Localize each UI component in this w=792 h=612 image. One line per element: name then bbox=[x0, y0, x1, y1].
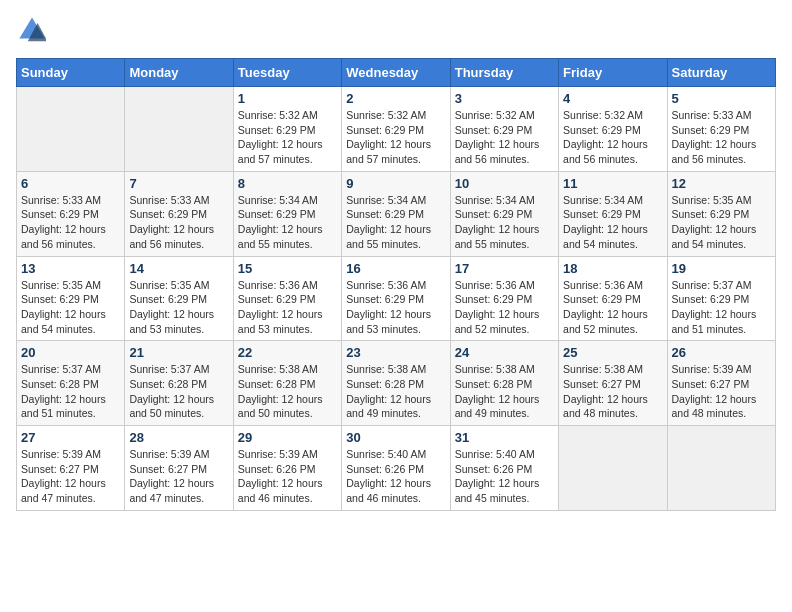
day-info: Sunrise: 5:32 AM Sunset: 6:29 PM Dayligh… bbox=[455, 108, 554, 167]
day-info: Sunrise: 5:37 AM Sunset: 6:28 PM Dayligh… bbox=[21, 362, 120, 421]
header-tuesday: Tuesday bbox=[233, 59, 341, 87]
header-sunday: Sunday bbox=[17, 59, 125, 87]
calendar-cell: 29Sunrise: 5:39 AM Sunset: 6:26 PM Dayli… bbox=[233, 426, 341, 511]
calendar-cell: 25Sunrise: 5:38 AM Sunset: 6:27 PM Dayli… bbox=[559, 341, 667, 426]
day-info: Sunrise: 5:35 AM Sunset: 6:29 PM Dayligh… bbox=[129, 278, 228, 337]
day-number: 12 bbox=[672, 176, 771, 191]
day-number: 26 bbox=[672, 345, 771, 360]
calendar-header-row: SundayMondayTuesdayWednesdayThursdayFrid… bbox=[17, 59, 776, 87]
day-number: 16 bbox=[346, 261, 445, 276]
calendar-cell: 16Sunrise: 5:36 AM Sunset: 6:29 PM Dayli… bbox=[342, 256, 450, 341]
day-info: Sunrise: 5:39 AM Sunset: 6:27 PM Dayligh… bbox=[129, 447, 228, 506]
calendar-cell: 1Sunrise: 5:32 AM Sunset: 6:29 PM Daylig… bbox=[233, 87, 341, 172]
calendar-cell: 13Sunrise: 5:35 AM Sunset: 6:29 PM Dayli… bbox=[17, 256, 125, 341]
day-number: 30 bbox=[346, 430, 445, 445]
calendar-cell: 8Sunrise: 5:34 AM Sunset: 6:29 PM Daylig… bbox=[233, 171, 341, 256]
day-info: Sunrise: 5:32 AM Sunset: 6:29 PM Dayligh… bbox=[238, 108, 337, 167]
day-number: 7 bbox=[129, 176, 228, 191]
day-number: 1 bbox=[238, 91, 337, 106]
calendar-week-row: 27Sunrise: 5:39 AM Sunset: 6:27 PM Dayli… bbox=[17, 426, 776, 511]
calendar-cell: 18Sunrise: 5:36 AM Sunset: 6:29 PM Dayli… bbox=[559, 256, 667, 341]
day-info: Sunrise: 5:32 AM Sunset: 6:29 PM Dayligh… bbox=[563, 108, 662, 167]
day-info: Sunrise: 5:34 AM Sunset: 6:29 PM Dayligh… bbox=[563, 193, 662, 252]
day-number: 13 bbox=[21, 261, 120, 276]
calendar-cell: 12Sunrise: 5:35 AM Sunset: 6:29 PM Dayli… bbox=[667, 171, 775, 256]
day-number: 8 bbox=[238, 176, 337, 191]
calendar-cell: 28Sunrise: 5:39 AM Sunset: 6:27 PM Dayli… bbox=[125, 426, 233, 511]
day-number: 15 bbox=[238, 261, 337, 276]
day-info: Sunrise: 5:32 AM Sunset: 6:29 PM Dayligh… bbox=[346, 108, 445, 167]
day-number: 25 bbox=[563, 345, 662, 360]
day-info: Sunrise: 5:36 AM Sunset: 6:29 PM Dayligh… bbox=[455, 278, 554, 337]
calendar-cell: 5Sunrise: 5:33 AM Sunset: 6:29 PM Daylig… bbox=[667, 87, 775, 172]
calendar-cell: 7Sunrise: 5:33 AM Sunset: 6:29 PM Daylig… bbox=[125, 171, 233, 256]
day-number: 9 bbox=[346, 176, 445, 191]
day-number: 22 bbox=[238, 345, 337, 360]
day-number: 17 bbox=[455, 261, 554, 276]
calendar-cell: 2Sunrise: 5:32 AM Sunset: 6:29 PM Daylig… bbox=[342, 87, 450, 172]
day-info: Sunrise: 5:38 AM Sunset: 6:28 PM Dayligh… bbox=[346, 362, 445, 421]
day-number: 23 bbox=[346, 345, 445, 360]
day-number: 18 bbox=[563, 261, 662, 276]
calendar-week-row: 1Sunrise: 5:32 AM Sunset: 6:29 PM Daylig… bbox=[17, 87, 776, 172]
calendar-cell: 11Sunrise: 5:34 AM Sunset: 6:29 PM Dayli… bbox=[559, 171, 667, 256]
calendar-cell: 27Sunrise: 5:39 AM Sunset: 6:27 PM Dayli… bbox=[17, 426, 125, 511]
day-info: Sunrise: 5:34 AM Sunset: 6:29 PM Dayligh… bbox=[455, 193, 554, 252]
calendar-cell: 17Sunrise: 5:36 AM Sunset: 6:29 PM Dayli… bbox=[450, 256, 558, 341]
logo-icon bbox=[18, 16, 46, 44]
day-number: 19 bbox=[672, 261, 771, 276]
calendar-cell bbox=[17, 87, 125, 172]
day-number: 24 bbox=[455, 345, 554, 360]
day-info: Sunrise: 5:37 AM Sunset: 6:28 PM Dayligh… bbox=[129, 362, 228, 421]
calendar-cell: 31Sunrise: 5:40 AM Sunset: 6:26 PM Dayli… bbox=[450, 426, 558, 511]
day-number: 6 bbox=[21, 176, 120, 191]
day-number: 21 bbox=[129, 345, 228, 360]
day-number: 20 bbox=[21, 345, 120, 360]
day-info: Sunrise: 5:36 AM Sunset: 6:29 PM Dayligh… bbox=[563, 278, 662, 337]
day-info: Sunrise: 5:34 AM Sunset: 6:29 PM Dayligh… bbox=[346, 193, 445, 252]
day-number: 3 bbox=[455, 91, 554, 106]
calendar-cell: 15Sunrise: 5:36 AM Sunset: 6:29 PM Dayli… bbox=[233, 256, 341, 341]
calendar-cell: 21Sunrise: 5:37 AM Sunset: 6:28 PM Dayli… bbox=[125, 341, 233, 426]
day-info: Sunrise: 5:34 AM Sunset: 6:29 PM Dayligh… bbox=[238, 193, 337, 252]
day-number: 2 bbox=[346, 91, 445, 106]
calendar-cell: 24Sunrise: 5:38 AM Sunset: 6:28 PM Dayli… bbox=[450, 341, 558, 426]
day-number: 27 bbox=[21, 430, 120, 445]
day-info: Sunrise: 5:39 AM Sunset: 6:27 PM Dayligh… bbox=[672, 362, 771, 421]
header-wednesday: Wednesday bbox=[342, 59, 450, 87]
day-info: Sunrise: 5:33 AM Sunset: 6:29 PM Dayligh… bbox=[21, 193, 120, 252]
day-info: Sunrise: 5:36 AM Sunset: 6:29 PM Dayligh… bbox=[238, 278, 337, 337]
day-number: 4 bbox=[563, 91, 662, 106]
calendar-table: SundayMondayTuesdayWednesdayThursdayFrid… bbox=[16, 58, 776, 511]
day-number: 31 bbox=[455, 430, 554, 445]
day-number: 10 bbox=[455, 176, 554, 191]
page-header bbox=[16, 16, 776, 48]
day-number: 5 bbox=[672, 91, 771, 106]
day-number: 29 bbox=[238, 430, 337, 445]
day-info: Sunrise: 5:39 AM Sunset: 6:27 PM Dayligh… bbox=[21, 447, 120, 506]
calendar-cell bbox=[667, 426, 775, 511]
day-number: 11 bbox=[563, 176, 662, 191]
calendar-cell: 6Sunrise: 5:33 AM Sunset: 6:29 PM Daylig… bbox=[17, 171, 125, 256]
calendar-cell bbox=[125, 87, 233, 172]
header-saturday: Saturday bbox=[667, 59, 775, 87]
day-info: Sunrise: 5:38 AM Sunset: 6:27 PM Dayligh… bbox=[563, 362, 662, 421]
day-number: 14 bbox=[129, 261, 228, 276]
calendar-cell: 20Sunrise: 5:37 AM Sunset: 6:28 PM Dayli… bbox=[17, 341, 125, 426]
header-friday: Friday bbox=[559, 59, 667, 87]
calendar-cell: 14Sunrise: 5:35 AM Sunset: 6:29 PM Dayli… bbox=[125, 256, 233, 341]
day-info: Sunrise: 5:38 AM Sunset: 6:28 PM Dayligh… bbox=[238, 362, 337, 421]
day-info: Sunrise: 5:36 AM Sunset: 6:29 PM Dayligh… bbox=[346, 278, 445, 337]
calendar-cell: 9Sunrise: 5:34 AM Sunset: 6:29 PM Daylig… bbox=[342, 171, 450, 256]
day-info: Sunrise: 5:39 AM Sunset: 6:26 PM Dayligh… bbox=[238, 447, 337, 506]
calendar-cell bbox=[559, 426, 667, 511]
header-thursday: Thursday bbox=[450, 59, 558, 87]
calendar-week-row: 13Sunrise: 5:35 AM Sunset: 6:29 PM Dayli… bbox=[17, 256, 776, 341]
day-info: Sunrise: 5:33 AM Sunset: 6:29 PM Dayligh… bbox=[129, 193, 228, 252]
day-info: Sunrise: 5:35 AM Sunset: 6:29 PM Dayligh… bbox=[672, 193, 771, 252]
calendar-week-row: 6Sunrise: 5:33 AM Sunset: 6:29 PM Daylig… bbox=[17, 171, 776, 256]
day-info: Sunrise: 5:40 AM Sunset: 6:26 PM Dayligh… bbox=[346, 447, 445, 506]
header-monday: Monday bbox=[125, 59, 233, 87]
day-info: Sunrise: 5:33 AM Sunset: 6:29 PM Dayligh… bbox=[672, 108, 771, 167]
calendar-cell: 19Sunrise: 5:37 AM Sunset: 6:29 PM Dayli… bbox=[667, 256, 775, 341]
